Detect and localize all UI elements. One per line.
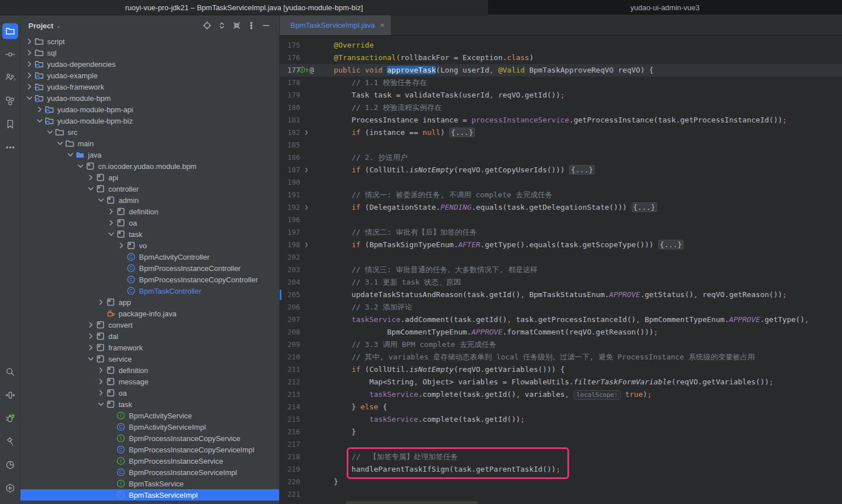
tree-item-admin[interactable]: admin (20, 194, 279, 206)
chevron-down-icon[interactable] (76, 162, 85, 171)
tree-item-yudao-module-bpm[interactable]: yudao-module-bpm (20, 92, 279, 104)
code-line-208[interactable]: 208 BpmCommentTypeEnum.APPROVE.formatCom… (280, 326, 842, 338)
code-line-207[interactable]: 207 taskService.addComment(task.getId(),… (280, 314, 842, 326)
tree-item-script[interactable]: script (20, 36, 279, 47)
code-line-221[interactable]: 221 (280, 488, 842, 501)
tree-item-framework[interactable]: framework (20, 342, 279, 353)
code-line-197[interactable]: 197 // 情况二: 审批有【后】加签的任务 (280, 226, 842, 239)
chevron-right-icon[interactable] (86, 173, 95, 182)
tree-item-src[interactable]: src (20, 126, 279, 138)
code-line-214[interactable]: 214 } else { (280, 401, 842, 413)
code-line-186[interactable]: 186 // 2. 抄送用户 (280, 151, 842, 164)
code-line-175[interactable]: 175 @Override (280, 39, 842, 52)
tree-item-bpmprocessinstancecopyservice[interactable]: IBpmProcessInstanceCopyService (20, 433, 279, 444)
tree-item-package-info-java[interactable]: package-info.java (20, 308, 279, 319)
code-line-187[interactable]: 187❯ if (CollUtil.isNotEmpty(reqVO.getCo… (280, 164, 842, 176)
code-line-178[interactable]: 178 // 1.1 校验任务存在 (280, 77, 842, 89)
tree-item-dal[interactable]: dal (20, 331, 279, 342)
code-line-217[interactable]: 217 (280, 438, 842, 451)
tree-item-bpmtaskserviceimpl[interactable]: CBpmTaskServiceImpl (20, 489, 279, 501)
commit-icon[interactable] (0, 43, 20, 66)
tree-item-yudao-example[interactable]: yudao-example (20, 70, 279, 81)
tree-item-oa[interactable]: oa (20, 387, 279, 399)
tree-item-java[interactable]: java (20, 149, 279, 160)
fold-arrow-icon[interactable]: ❯ (300, 201, 313, 214)
code-line-181[interactable]: 181 ProcessInstance instance = processIn… (280, 114, 842, 126)
chevron-right-icon[interactable] (25, 82, 34, 91)
code-line-204[interactable]: 204 // 3.1 更新 task 状态、原因 (280, 276, 842, 289)
chevron-down-icon[interactable] (66, 150, 75, 159)
code-line-210[interactable]: 210 // 其中, variables 是存储动态表单到 local 任务级别… (280, 351, 842, 363)
chevron-right-icon[interactable] (25, 71, 34, 80)
tree-item-bpmprocessinstancecopyserviceimpl[interactable]: CBpmProcessInstanceCopyServiceImpl (20, 444, 279, 455)
code-line-192[interactable]: 192❯ if (DelegationState.PENDING.equals(… (280, 201, 842, 214)
tree-item-bpmactivityserviceimpl[interactable]: CBpmActivityServiceImpl (20, 421, 279, 433)
tree-item-task[interactable]: task (20, 399, 279, 410)
fold-arrow-icon[interactable]: ❯ (300, 126, 313, 139)
chevron-right-icon[interactable] (86, 320, 95, 329)
folded-block[interactable]: {...} (658, 240, 684, 249)
collapse-all-icon[interactable] (229, 19, 244, 32)
project-panel-title[interactable]: Project (28, 22, 53, 30)
tree-item-message[interactable]: message (20, 376, 279, 387)
tree-item-vo[interactable]: vo (20, 240, 279, 251)
chevron-right-icon[interactable] (96, 388, 106, 397)
tree-item-cn-iocoder-yudao-module-bpm[interactable]: cn.iocoder.yudao.module.bpm (20, 160, 279, 172)
tree-item-definition[interactable]: definition (20, 365, 279, 376)
tree-item-controller[interactable]: controller (20, 183, 279, 194)
tree-item-bpmprocessinstanceservice[interactable]: IBpmProcessInstanceService (20, 455, 279, 467)
chevron-down-icon[interactable] (45, 128, 54, 137)
tree-item-api[interactable]: api (20, 172, 279, 183)
tree-item-yudao-framework[interactable]: yudao-framework (20, 81, 279, 92)
chevron-right-icon[interactable] (96, 366, 106, 375)
editor-tab-bpmtaskserviceimpl[interactable]: C BpmTaskServiceImpl.java × (280, 15, 391, 35)
code-line-216[interactable]: 216 } (280, 426, 842, 438)
tree-item-bpmtaskservice[interactable]: IBpmTaskService (20, 478, 279, 489)
code-line-196[interactable]: 196 (280, 214, 842, 226)
tree-item-bpmprocessinstanceserviceimpl[interactable]: CBpmProcessInstanceServiceImpl (20, 467, 279, 478)
chevron-right-icon[interactable] (86, 343, 95, 352)
tree-item-service[interactable]: service (20, 353, 279, 365)
code-line-180[interactable]: 180 // 1.2 校验流程实例存在 (280, 101, 842, 114)
tree-item-definition[interactable]: definition (20, 206, 279, 217)
folded-block[interactable]: {...} (449, 128, 475, 137)
code-line-179[interactable]: 179 Task task = validateTask(userId, req… (280, 89, 842, 101)
tree-item-bpmprocessinstancecontroller[interactable]: CBpmProcessInstanceController (20, 262, 279, 274)
code-line-215[interactable]: 215 taskService.complete(task.getId()); (280, 413, 842, 426)
services-icon[interactable] (0, 476, 20, 499)
chevron-right-icon[interactable] (25, 60, 34, 69)
code-line-202[interactable]: 202 (280, 251, 842, 264)
chevron-right-icon[interactable] (25, 48, 34, 57)
build-icon[interactable] (0, 430, 20, 453)
chevron-down-icon[interactable] (86, 184, 95, 193)
code-line-177[interactable]: 177Ⓘ↑@ public void approveTask(Long user… (280, 64, 842, 77)
hide-panel-icon[interactable] (259, 19, 273, 32)
project-folder-icon[interactable] (0, 19, 20, 43)
chevron-right-icon[interactable] (107, 207, 116, 216)
expand-collapse-icon[interactable] (214, 19, 229, 32)
tree-item-bpmactivitycontroller[interactable]: CBpmActivityController (20, 251, 279, 262)
code-line-182[interactable]: 182❯ if (instance == null) {...} (280, 126, 842, 139)
chevron-down-icon[interactable] (96, 400, 106, 409)
chevron-down-icon[interactable] (86, 354, 95, 363)
run-icon[interactable] (0, 383, 20, 406)
structure-icon[interactable] (0, 89, 20, 112)
chevron-down-icon[interactable] (107, 230, 116, 239)
chevron-down-icon[interactable] (35, 116, 44, 125)
locate-file-icon[interactable] (200, 19, 214, 32)
chevron-right-icon[interactable] (86, 332, 95, 341)
tree-item-yudao-dependencies[interactable]: yudao-dependencies (20, 58, 279, 70)
code-line-212[interactable]: 212 Map<String, Object> variables = Flow… (280, 376, 842, 388)
fold-arrow-icon[interactable]: ❯ (300, 164, 313, 176)
pull-requests-icon[interactable]: ? (0, 66, 20, 89)
code-line-209[interactable]: 209 // 3.3 调用 BPM complete 去完成任务 (280, 338, 842, 351)
code-line-191[interactable]: 191 // 情况一: 被委派的任务, 不调用 complete 去完成任务 (280, 189, 842, 201)
tree-item-oa[interactable]: oa (20, 217, 279, 228)
tree-item-sql[interactable]: sql (20, 47, 279, 58)
tree-item-convert[interactable]: convert (20, 319, 279, 331)
chevron-right-icon[interactable] (96, 298, 106, 307)
chevron-down-icon[interactable] (96, 196, 106, 205)
more-tool-windows-icon[interactable] (0, 135, 20, 159)
folded-block[interactable]: {...} (632, 202, 657, 212)
chevron-right-icon[interactable] (96, 377, 106, 386)
